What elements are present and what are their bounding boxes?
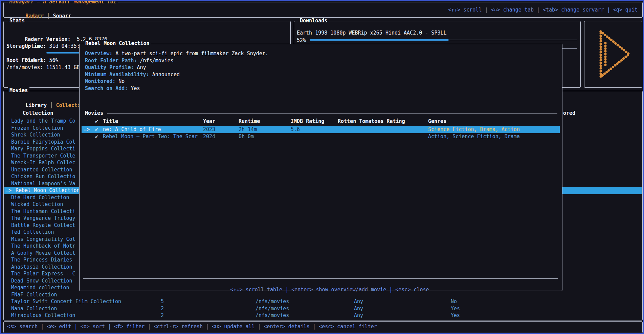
quality-profile: Any (354, 298, 363, 305)
collection-name: Ted Collection (11, 229, 54, 236)
detail-row: Overview: A two-part sci-fi epic from fi… (85, 50, 268, 57)
collection-name: National Lampoon's Va (11, 180, 75, 187)
detail-row: Minimum Availability: Announced (85, 71, 180, 78)
logo-panel (584, 21, 642, 88)
detail-label: Root Folder Path: (85, 58, 137, 64)
cell-check: ✔ (95, 126, 98, 133)
app-title: Managarr — A Servarr management TUI (8, 0, 118, 5)
download-progress-gauge (310, 37, 577, 44)
collection-name: The Princess Diaries (11, 256, 72, 264)
top-keybinds: <↑↓> scroll | <↔> change tab | <tab> cha… (448, 7, 638, 13)
root-folders-label: Root Folders: (6, 57, 46, 64)
detail-row: Quality Profile: Any (85, 64, 146, 71)
detail-value: Yes (128, 85, 140, 91)
modal-movies-header: ✔TitleYearRuntimeIMDB RatingRotten Tomat… (80, 118, 561, 125)
collection-name: Lady and the Tramp Co (11, 118, 75, 125)
collection-row[interactable]: Miraculous Collection2/nfs/moviesAnyYes (4, 312, 642, 319)
cell-title: ne: A Child of Fire (103, 126, 161, 133)
movie-count: 2 (161, 312, 164, 319)
collection-name: Uncharted Collection (11, 166, 72, 173)
detail-row: Root Folder Path: /nfs/movies (85, 57, 174, 64)
collection-name: The Hunchback of Notr (11, 243, 75, 250)
collection-name: Miraculous Collection (11, 312, 75, 319)
modal-movie-rows: =>✔ne: A Child of Fire20232h 14m5.6Scien… (82, 126, 560, 140)
footer-keybar: <s> search | <e> edit | <o> sort | <f> f… (3, 321, 643, 333)
root-folder-path: /nfs/movies (256, 312, 289, 319)
collection-name: The Transporter Colle (11, 152, 75, 160)
movies-panel-title: Movies (8, 87, 29, 93)
detail-value: Any (134, 64, 146, 70)
tab-separator: │ (47, 102, 56, 108)
year-header: Year (203, 118, 215, 125)
tab-sonarr[interactable]: Sonarr (53, 13, 71, 19)
gauge-fill (310, 39, 449, 41)
movie-row-selected[interactable]: =>✔ne: A Child of Fire20232h 14m5.6Scien… (82, 126, 560, 133)
selection-marker-icon: => (5, 187, 12, 194)
collection-name: The Polar Express - C (11, 270, 75, 277)
modal-help-row: <↑↓> scroll table | <enter> show overvie… (80, 280, 561, 299)
uptime-row: Uptime:31d 04:35:37 (6, 36, 86, 43)
root-folder-value: /nfs/movies: 11511.43 GB (6, 64, 80, 71)
storage-label: Storage: (6, 43, 31, 50)
collection-details-modal: Rebel Moon Collection Overview: A two-pa… (79, 44, 562, 291)
imdb-header: IMDB Rating (291, 118, 324, 125)
collection-column-header: Collection (23, 110, 53, 117)
download-item: Earth 1998 1080p WEBRip x265 Hindi AAC2.… (297, 29, 447, 37)
cell-genres: Action, Science Fiction, Drama (428, 133, 520, 140)
radarr-logo-icon (588, 25, 639, 83)
collection-name: The Vengeance Trilogy (11, 215, 75, 222)
runtime-header: Runtime (239, 118, 260, 125)
root-folder-path: /nfs/movies (256, 305, 289, 312)
tab-separator: │ (44, 13, 53, 19)
collection-name: Shrek Collection (11, 131, 60, 139)
collection-name: Mary Poppins Collecti (11, 145, 75, 152)
detail-row: Search on Add: Yes (85, 85, 140, 92)
detail-value: No (115, 78, 125, 84)
collection-name: The Huntsman Collecti (11, 208, 75, 215)
rotten-tomatoes-header: Rotten Tomatoes Rating (338, 118, 405, 125)
check-header: ✔ (95, 118, 98, 125)
detail-value: A two-part sci-fi epic from filmmaker Za… (112, 50, 268, 57)
selection-marker-icon: => (84, 126, 90, 133)
section-divider (107, 113, 557, 113)
collection-name: Megamind collection (11, 284, 69, 291)
collection-name: Nana Collection (11, 305, 57, 312)
tab-library[interactable]: Library (25, 102, 47, 108)
collection-name: Die Hard Collection (11, 194, 69, 201)
detail-value: Announced (149, 71, 180, 78)
collection-name: Taylor Swift Concert Film Collection (11, 298, 121, 305)
movie-row[interactable]: ✔Rebel Moon – Part Two: The Scar20240h 0… (82, 133, 560, 140)
cell-year: 2023 (203, 126, 215, 133)
collection-row[interactable]: Taylor Swift Concert Film Collection5/nf… (4, 298, 642, 305)
modal-title: Rebel Moon Collection (84, 40, 151, 46)
download-percent: 52% (297, 37, 306, 44)
footer-keybinds: <s> search | <e> edit | <o> sort | <f> f… (7, 323, 377, 330)
modal-details: Overview: A two-part sci-fi epic from fi… (85, 50, 555, 93)
collection-name: Dead Snow Collection (11, 277, 72, 285)
collection-name: Barbie Fairytopia Col (11, 139, 75, 146)
root-folder-path: /nfs/movies (256, 298, 289, 305)
monitored-flag: Yes (451, 312, 460, 319)
collection-name: Battle Royale Collect (11, 222, 75, 229)
modal-movies-section-title: Movies (85, 110, 103, 117)
cell-runtime: 2h 14m (239, 126, 257, 133)
collection-name: Wicked Collection (11, 201, 63, 208)
collection-name: Chicken Run Collectio (11, 173, 75, 180)
cell-check: ✔ (95, 133, 98, 140)
cell-year: 2024 (203, 133, 215, 140)
version-row: Radarr Version:5.2.6.8376 (6, 29, 107, 36)
detail-label: Quality Profile: (85, 64, 134, 70)
tab-radarr[interactable]: Radarr (25, 13, 44, 19)
detail-value: /nfs/movies (137, 58, 174, 64)
cell-runtime: 0h 0m (239, 133, 254, 140)
movie-count: 2 (161, 305, 164, 312)
genres-header: Genres (428, 118, 446, 125)
collection-row[interactable]: Nana Collection2/nfs/moviesAnyYes (4, 305, 642, 312)
stats-title: Stats (8, 18, 26, 24)
collection-name: Miss Congeniality Col (11, 236, 75, 243)
quality-profile: Any (354, 312, 363, 319)
movie-count: 5 (161, 298, 164, 305)
top-bar: Managarr — A Servarr management TUI Rada… (3, 2, 643, 18)
collection-name: FNaF Collection (11, 291, 57, 298)
modal-help: <↑↓> scroll table | <enter> show overvie… (230, 287, 429, 293)
